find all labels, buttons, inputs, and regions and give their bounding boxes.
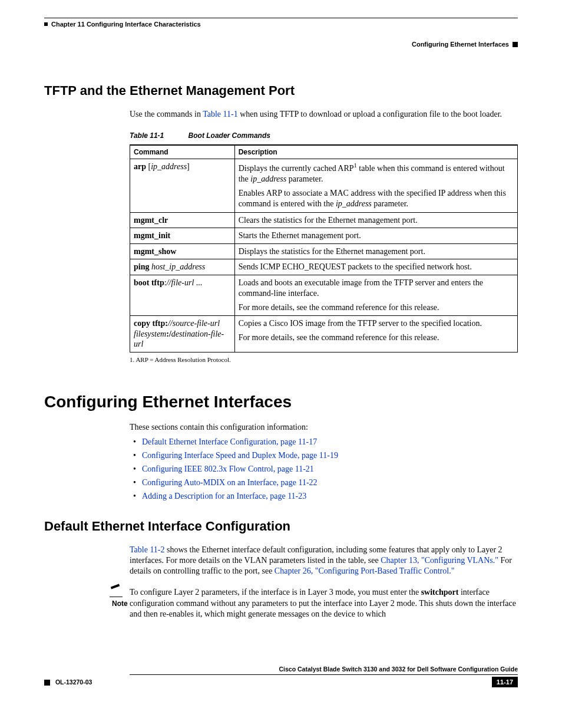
default-cfg-heading: Default Ethernet Interface Configuration (44, 519, 518, 534)
section-label: Configuring Ethernet Interfaces (412, 41, 509, 48)
cell-description: Copies a Cisco IOS image from the TFTP s… (234, 316, 517, 353)
page-header-right: Configuring Ethernet Interfaces (44, 41, 518, 48)
cell-description: Displays the statistics for the Ethernet… (234, 243, 517, 259)
cell-description: Starts the Ethernet management port. (234, 228, 517, 244)
section-link-list: Default Ethernet Interface Configuration… (130, 437, 518, 501)
section-link[interactable]: Configuring Auto-MDIX on an Interface, p… (142, 478, 318, 487)
configuring-heading: Configuring Ethernet Interfaces (44, 393, 518, 411)
table-row: mgmt_initStarts the Ethernet management … (130, 228, 518, 244)
section-link[interactable]: Default Ethernet Interface Configuration… (142, 437, 317, 446)
note-text: To configure Layer 2 parameters, if the … (130, 587, 518, 620)
cell-description: Clears the statistics for the Ethernet m… (234, 212, 517, 228)
list-item: Adding a Description for an Interface, p… (143, 492, 518, 501)
tftp-intro: Use the commands in Table 11-1 when usin… (130, 109, 518, 120)
note-label: Note (112, 599, 130, 608)
cell-command: boot tftp://file-url ... (130, 275, 235, 316)
table-row: mgmt_showDisplays the statistics for the… (130, 243, 518, 259)
list-item: Configuring Auto-MDIX on an Interface, p… (143, 478, 518, 487)
tftp-heading: TFTP and the Ethernet Management Port (44, 83, 518, 98)
cell-command: mgmt_init (130, 228, 235, 244)
header-marker-icon (44, 22, 48, 26)
cell-command: arp [ip_address] (130, 159, 235, 212)
link-table-11-1[interactable]: Table 11-1 (203, 110, 238, 118)
table-11-1-caption: Table 11-1 Boot Loader Commands (130, 131, 518, 140)
list-item: Default Ethernet Interface Configuration… (143, 437, 518, 447)
table-row: ping host_ip_addressSends ICMP ECHO_REQU… (130, 259, 518, 275)
table-row: copy tftp://source-file-url filesystem:/… (130, 316, 518, 353)
section-link[interactable]: Adding a Description for an Interface, p… (142, 492, 306, 500)
th-command: Command (130, 145, 235, 159)
cell-description: Loads and boots an executable image from… (234, 275, 517, 316)
table-row: arp [ip_address]Displays the currently c… (130, 159, 518, 212)
note-icon (110, 587, 123, 597)
table-row: boot tftp://file-url ...Loads and boots … (130, 275, 518, 316)
cell-command: mgmt_clr (130, 212, 235, 228)
header-marker-icon (513, 42, 518, 47)
page-number: 11-17 (492, 677, 518, 687)
boot-loader-commands-table: Command Description arp [ip_address]Disp… (130, 144, 518, 352)
list-item: Configuring IEEE 802.3x Flow Control, pa… (143, 465, 518, 474)
section-link[interactable]: Configuring Interface Speed and Duplex M… (142, 451, 338, 460)
link-table-11-2[interactable]: Table 11-2 (130, 545, 165, 554)
table-row: mgmt_clrClears the statistics for the Et… (130, 212, 518, 228)
cell-description: Sends ICMP ECHO_REQUEST packets to the s… (234, 259, 517, 275)
footer-guide-title: Cisco Catalyst Blade Switch 3130 and 303… (130, 666, 518, 675)
configuring-intro: These sections contain this configuratio… (130, 422, 518, 433)
footer-doc-id: OL-13270-03 (55, 678, 92, 686)
page-header-left: Chapter 11 Configuring Interface Charact… (44, 21, 518, 28)
cell-command: copy tftp://source-file-url filesystem:/… (130, 316, 235, 353)
cell-command: ping host_ip_address (130, 259, 235, 275)
table-footnote: 1. ARP = Address Resolution Protocol. (130, 356, 518, 363)
cell-description: Displays the currently cached ARP1 table… (234, 159, 517, 212)
th-description: Description (234, 145, 517, 159)
cell-command: mgmt_show (130, 243, 235, 259)
section-link[interactable]: Configuring IEEE 802.3x Flow Control, pa… (142, 465, 314, 473)
list-item: Configuring Interface Speed and Duplex M… (143, 451, 518, 460)
link-chapter-26[interactable]: Chapter 26, "Configuring Port-Based Traf… (275, 566, 455, 575)
link-chapter-13[interactable]: Chapter 13, "Configuring VLANs." (381, 556, 498, 565)
footer-marker-icon (44, 680, 50, 686)
chapter-label: Chapter 11 Configuring Interface Charact… (51, 21, 201, 28)
default-cfg-paragraph: Table 11-2 shows the Ethernet interface … (130, 545, 518, 577)
